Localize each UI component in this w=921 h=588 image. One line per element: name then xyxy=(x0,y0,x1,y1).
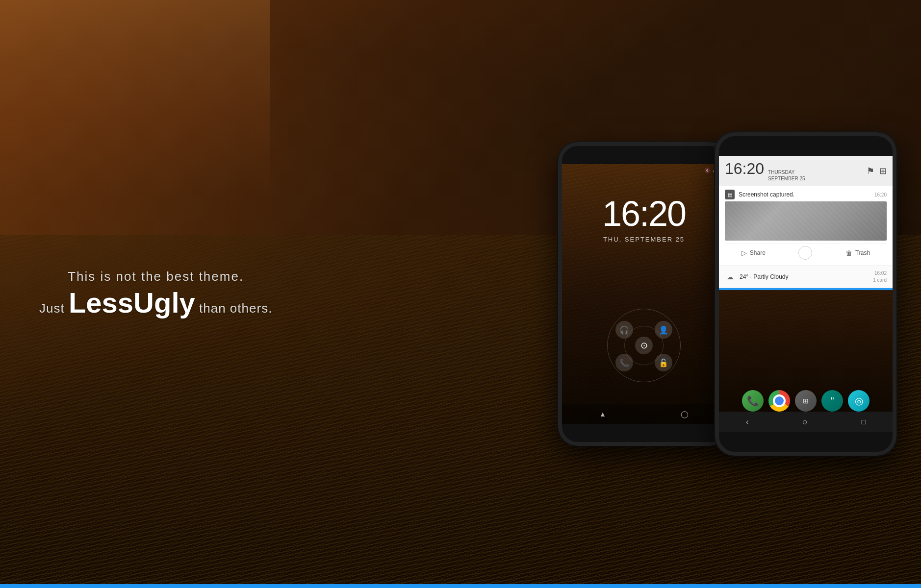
trash-icon: 🗑 xyxy=(845,249,852,257)
weather-meta: 16:02 1 card xyxy=(873,270,887,284)
notif-day: THURSDAY xyxy=(768,169,805,175)
notif-header: 16:20 THURSDAY SEPTEMBER 25 ⚑ ⊞ xyxy=(719,156,893,186)
screenshot-title: Screenshot captured. xyxy=(739,191,870,198)
lockscreen-clock: 16:20 THU, SEPTEMBER 25 xyxy=(562,194,726,243)
dock-hangouts-icon[interactable]: " xyxy=(821,390,843,412)
weather-title: 24° · Partly Cloudy xyxy=(740,273,869,280)
lockscreen-shortcuts: ⊙ 🎧 👤 📞 🔓 xyxy=(562,306,726,385)
tagline-prefix: Just xyxy=(39,301,69,316)
app-dock: 📞 ⊞ " ◎ xyxy=(719,390,893,412)
notification-panel: 16:20 THURSDAY SEPTEMBER 25 ⚑ ⊞ xyxy=(719,156,893,290)
shortcut-chrome[interactable]: ⊙ xyxy=(635,337,653,354)
notif-date: THURSDAY SEPTEMBER 25 xyxy=(768,169,805,182)
screenshot-icon-glyph: ▤ xyxy=(728,192,732,197)
notif-grid-icon[interactable]: ⊞ xyxy=(879,166,887,176)
screenshot-notification: ▤ Screenshot captured. 16:20 ▷ Share xyxy=(719,186,893,266)
notif-row: ▤ Screenshot captured. 16:20 xyxy=(725,190,887,199)
weather-text: 24° · Partly Cloudy xyxy=(740,273,869,280)
mute-icon: 🔇 xyxy=(704,168,710,173)
nav-recents-btn[interactable]: □ xyxy=(862,418,866,426)
bottom-blue-bar xyxy=(0,584,921,588)
homescreen-screen: 16:20 THURSDAY SEPTEMBER 25 ⚑ ⊞ xyxy=(719,156,893,432)
blue-separator xyxy=(719,288,893,290)
notif-divider xyxy=(798,246,812,260)
nav-back-icon[interactable]: ▲ xyxy=(599,410,606,418)
share-label: Share xyxy=(750,249,766,256)
weather-icon: ☁ xyxy=(725,271,736,282)
shortcut-unlock[interactable]: 🔓 xyxy=(655,354,672,371)
notif-time-block: 16:20 THURSDAY SEPTEMBER 25 xyxy=(725,160,805,182)
lockscreen-date: THU, SEPTEMBER 25 xyxy=(562,236,726,243)
shortcut-ring: ⊙ 🎧 👤 📞 🔓 xyxy=(605,306,683,385)
tagline-suffix: than others. xyxy=(195,301,273,316)
shortcut-contact[interactable]: 👤 xyxy=(655,321,672,339)
notif-settings-icon[interactable]: ⚑ xyxy=(867,166,874,176)
share-action[interactable]: ▷ Share xyxy=(742,249,766,257)
dock-phone-icon[interactable]: 📞 xyxy=(742,390,764,412)
lockscreen-screen: 🔇 ▲ ▮ 16:20 THU, SEPTEMBER 25 ⊙ 🎧 xyxy=(562,164,726,424)
background-house xyxy=(0,0,270,196)
preview-texture xyxy=(725,201,887,241)
trash-action[interactable]: 🗑 Trash xyxy=(845,249,870,257)
share-icon: ▷ xyxy=(742,249,747,257)
homescreen-nav: ‹ ○ □ xyxy=(719,412,893,432)
shortcut-phone[interactable]: 📞 xyxy=(615,354,633,371)
lockscreen-statusbar: 🔇 ▲ ▮ xyxy=(562,164,726,176)
nav-camera-icon[interactable]: ◯ xyxy=(681,410,689,418)
notif-time: 16:20 xyxy=(725,160,764,178)
tagline-brand: LessUgly xyxy=(69,287,195,318)
notif-month: SEPTEMBER 25 xyxy=(768,175,805,182)
tagline-line1: This is not the best theme. xyxy=(39,269,272,284)
weather-notification: ☁ 24° · Partly Cloudy 16:02 1 card xyxy=(719,266,893,288)
nav-back-btn[interactable]: ‹ xyxy=(746,417,748,426)
lockscreen-time: 16:20 xyxy=(562,194,726,234)
trash-label: Trash xyxy=(855,249,870,256)
screenshot-preview xyxy=(725,201,887,241)
phones-container: 🔇 ▲ ▮ 16:20 THU, SEPTEMBER 25 ⊙ 🎧 xyxy=(558,132,896,456)
phone-lockscreen: 🔇 ▲ ▮ 16:20 THU, SEPTEMBER 25 ⊙ 🎧 xyxy=(558,142,730,446)
weather-time: 16:02 xyxy=(873,270,887,277)
notif-header-icons: ⚑ ⊞ xyxy=(867,166,887,176)
shortcut-headphones[interactable]: 🎧 xyxy=(615,321,633,339)
lockscreen-nav: ▲ ◯ xyxy=(562,404,726,424)
weather-subtitle: 1 card xyxy=(873,277,887,284)
notif-actions: ▷ Share 🗑 Trash xyxy=(725,244,887,262)
dock-settings-icon[interactable]: ◎ xyxy=(848,390,870,412)
tagline-line2: Just LessUgly than others. xyxy=(39,286,272,319)
phone-homescreen: 16:20 THURSDAY SEPTEMBER 25 ⚑ ⊞ xyxy=(715,132,896,456)
nav-home-btn[interactable]: ○ xyxy=(802,417,808,427)
tagline-container: This is not the best theme. Just LessUgl… xyxy=(39,269,272,319)
screenshot-app-icon: ▤ xyxy=(725,190,735,199)
dock-grid-icon[interactable]: ⊞ xyxy=(795,390,817,412)
screenshot-timestamp: 16:20 xyxy=(874,192,887,197)
dock-chrome-icon[interactable] xyxy=(768,390,790,412)
